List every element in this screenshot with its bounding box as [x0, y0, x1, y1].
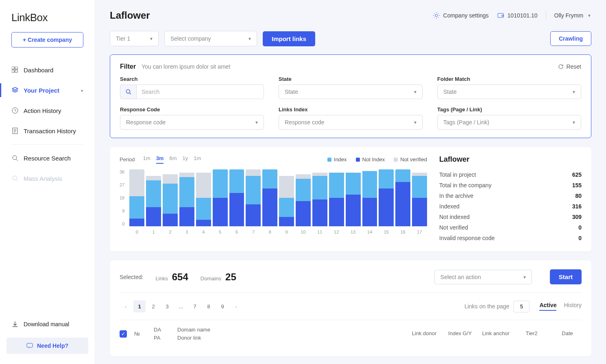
- create-company-button[interactable]: + Create company: [11, 32, 83, 48]
- action-select[interactable]: Select an action▼: [434, 270, 532, 284]
- svg-rect-1: [15, 67, 17, 69]
- sidebar-item-label: Your Project: [24, 87, 59, 94]
- state-label: State: [279, 76, 423, 82]
- col-date: Date: [553, 330, 582, 337]
- import-links-button[interactable]: Import links: [263, 31, 315, 46]
- company-select[interactable]: Select company ▼: [164, 31, 257, 46]
- col-index-gy: Index G/Y: [446, 330, 474, 337]
- sidebar-item-label: Dashboard: [24, 67, 53, 74]
- period-option[interactable]: 1m: [194, 155, 201, 164]
- wallet-icon: [497, 12, 504, 19]
- period-option[interactable]: 1y: [183, 155, 188, 164]
- wallet-balance[interactable]: 1010101.10: [497, 12, 538, 19]
- tab-active[interactable]: Active: [539, 302, 556, 311]
- x-tick: 6: [229, 230, 244, 234]
- company-settings-link[interactable]: Company settings: [433, 12, 489, 19]
- sidebar-item-label: Action History: [24, 107, 61, 114]
- sidebar-item-action-history[interactable]: Action History: [0, 100, 95, 121]
- stat-row: Invalid response code0: [439, 233, 582, 243]
- stat-row: Not indexed309: [439, 212, 582, 222]
- col-tier2: Tier2: [517, 330, 546, 337]
- sidebar-item-dashboard[interactable]: Dashboard: [0, 60, 95, 80]
- folder-match-select[interactable]: State▼: [437, 84, 581, 99]
- pager-page[interactable]: 9: [216, 300, 229, 312]
- x-tick: 4: [196, 230, 211, 234]
- sidebar-item-transaction-history[interactable]: Transaction History: [0, 121, 95, 141]
- start-button[interactable]: Start: [550, 269, 582, 284]
- divider: [546, 11, 546, 20]
- legend-not-verified: Not verified: [394, 156, 427, 162]
- x-tick: 11: [312, 230, 327, 234]
- period-label: Period: [120, 156, 135, 162]
- bar: [412, 169, 427, 226]
- state-select[interactable]: State▼: [279, 84, 423, 99]
- x-tick: 13: [346, 230, 361, 234]
- tags-select[interactable]: Tags (Page / Link)▼: [437, 115, 581, 130]
- pager-page[interactable]: 7: [189, 300, 201, 312]
- filter-panel: Filter You can lorem ipsum dolor sit ame…: [110, 54, 591, 138]
- search-label: Search: [120, 76, 264, 82]
- download-icon: [11, 321, 19, 328]
- select-all-checkbox[interactable]: ✓: [120, 330, 127, 338]
- stat-row: Indexed316: [439, 201, 582, 212]
- svg-point-12: [126, 90, 130, 93]
- pager-page[interactable]: 2: [147, 300, 159, 312]
- tier-value: Tier 1: [116, 35, 130, 42]
- response-placeholder: Response code: [126, 119, 166, 126]
- refresh-icon: [558, 64, 564, 69]
- tab-history[interactable]: History: [564, 302, 582, 311]
- links-index-select[interactable]: Response code▼: [279, 115, 423, 130]
- receipt-icon: [11, 127, 19, 134]
- svg-rect-10: [498, 13, 504, 17]
- stat-row: Total in the company155: [439, 180, 582, 191]
- bar: [213, 169, 228, 226]
- sidebar-item-mass-analysis[interactable]: Mass Analysis: [0, 168, 95, 188]
- chevron-down-icon: ▼: [587, 13, 591, 18]
- sidebar-item-your-project[interactable]: Your Project ▸: [0, 80, 95, 100]
- sidebar-item-resource-search[interactable]: Resource Search: [0, 148, 95, 168]
- bar: [362, 169, 377, 226]
- bar: [379, 169, 394, 226]
- x-tick: 7: [246, 230, 261, 234]
- bar: [296, 169, 311, 226]
- pager-next[interactable]: ›: [230, 300, 242, 312]
- x-tick: 0: [129, 230, 144, 234]
- x-tick: 5: [213, 230, 228, 234]
- stat-row: Total in project625: [439, 169, 582, 180]
- user-menu[interactable]: Olly Frymm ▼: [554, 12, 591, 19]
- y-tick: 27: [120, 182, 124, 187]
- chevron-down-icon: ▼: [523, 275, 527, 279]
- chevron-down-icon: ▼: [413, 120, 417, 125]
- bar: [129, 169, 144, 226]
- pager-prev[interactable]: ‹: [120, 300, 132, 312]
- links-on-page-input[interactable]: [513, 301, 530, 312]
- chevron-down-icon: ▼: [413, 90, 417, 94]
- response-code-label: Response Code: [120, 106, 264, 113]
- logo: LinkBox: [0, 8, 95, 32]
- col-link-anchor: Link anchor: [482, 330, 510, 337]
- crawling-button[interactable]: Crawling: [550, 31, 591, 46]
- col-number: №: [134, 331, 146, 337]
- help-label: Need Help?: [37, 342, 68, 349]
- tier-select[interactable]: Tier 1 ▼: [110, 31, 159, 46]
- response-code-select[interactable]: Response code▼: [120, 115, 264, 130]
- pager-page[interactable]: 3: [161, 300, 173, 312]
- period-option[interactable]: 3m: [156, 155, 164, 164]
- reset-filter-button[interactable]: Reset: [558, 63, 581, 70]
- search-icon: [11, 154, 19, 162]
- svg-rect-2: [12, 70, 14, 72]
- reset-label: Reset: [566, 63, 581, 70]
- download-manual-link[interactable]: Download manual: [0, 315, 95, 334]
- pager-page[interactable]: 1: [133, 300, 146, 312]
- period-option[interactable]: 1m: [143, 155, 150, 164]
- company-settings-label: Company settings: [443, 12, 489, 19]
- bar: [395, 169, 410, 226]
- x-tick: 15: [379, 230, 394, 234]
- need-help-button[interactable]: Need Help?: [7, 338, 88, 354]
- search-input[interactable]: [136, 84, 264, 99]
- period-option[interactable]: 6m: [169, 155, 177, 164]
- pager-page[interactable]: 8: [203, 300, 215, 312]
- x-tick: 8: [262, 230, 277, 234]
- user-name: Olly Frymm: [554, 12, 584, 19]
- links-on-page-label: Links on the page: [464, 303, 510, 310]
